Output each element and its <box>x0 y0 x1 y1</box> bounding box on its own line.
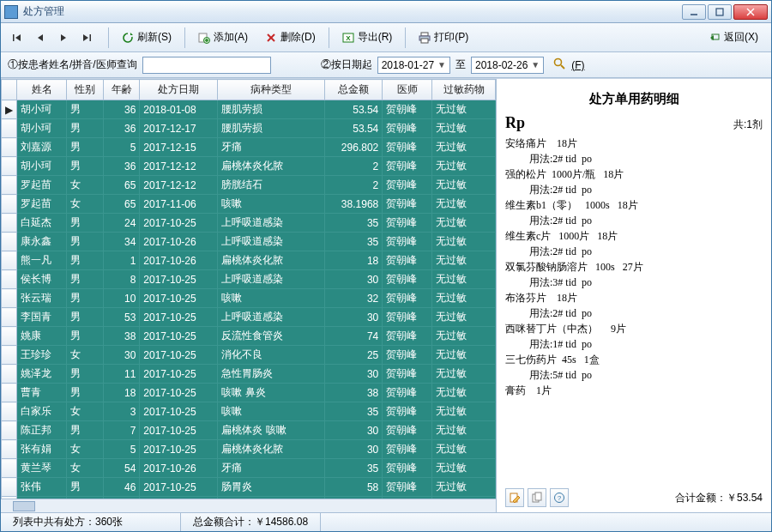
table-row[interactable]: 张有娟女52017-10-25扁桃体炎化脓30贺朝峰无过敏 <box>2 440 496 459</box>
drug-line: 膏药 1片 <box>505 383 763 398</box>
refresh-button[interactable]: 刷新(S) <box>114 27 179 49</box>
column-header[interactable]: 总金额 <box>324 80 383 100</box>
cell: 牙痛 <box>218 459 324 478</box>
table-row[interactable]: 陈正邦男72017-10-25扁桃体炎 咳嗽30贺朝峰无过敏 <box>2 421 496 440</box>
detail-total: 合计金额：￥53.54 <box>675 491 763 505</box>
export-button[interactable]: X导出(R) <box>335 27 401 49</box>
nav-last-button[interactable] <box>75 27 98 49</box>
column-header[interactable]: 年齢 <box>103 80 140 100</box>
table-row[interactable]: 罗起苗女652017-12-12膀胱结石2贺朝峰无过敏 <box>2 176 496 195</box>
cell: 296.802 <box>324 138 383 157</box>
cell: 张云瑞 <box>17 289 67 308</box>
cell: 贺朝峰 <box>383 478 432 497</box>
grid-scroll[interactable]: 姓名性别年齢处方日期病种类型总金额医师过敏药物 ▶胡小珂男362018-01-0… <box>1 79 496 499</box>
cell: 罗起苗 <box>17 176 67 195</box>
cell: 男 <box>67 270 104 289</box>
cell: 胡小珂 <box>17 157 67 176</box>
cell: 2017-10-25 <box>140 346 218 365</box>
column-header[interactable]: 过敏药物 <box>432 80 496 100</box>
cell: 男 <box>67 421 104 440</box>
cell: 5 <box>103 440 140 459</box>
window-title: 处方管理 <box>23 4 682 19</box>
table-row[interactable]: 曹青男182017-10-25咳嗽 鼻炎38贺朝峰无过敏 <box>2 384 496 402</box>
cell: 无过敏 <box>432 289 496 308</box>
row-marker <box>2 176 17 195</box>
table-row[interactable]: 姚泽龙男112017-10-25急性胃肠炎30贺朝峰无过敏 <box>2 365 496 384</box>
dropdown-icon: ▼ <box>437 60 446 70</box>
cell: 男 <box>67 138 104 157</box>
svg-rect-9 <box>90 34 92 41</box>
cell: 贺朝峰 <box>383 402 432 421</box>
table-row[interactable]: 胡小珂男362017-12-12扁桃体炎化脓2贺朝峰无过敏 <box>2 157 496 176</box>
column-header[interactable]: 医师 <box>383 80 432 100</box>
row-marker <box>2 421 17 440</box>
table-row[interactable]: 康永鑫男342017-10-26上呼吸道感染35贺朝峰无过敏 <box>2 233 496 251</box>
cell: 2017-10-25 <box>140 289 218 308</box>
cell: 2017-10-25 <box>140 478 218 497</box>
cell: 无过敏 <box>432 251 496 270</box>
table-row[interactable]: 黄兰琴女542017-10-26牙痛35贺朝峰无过敏 <box>2 459 496 478</box>
cell: 无过敏 <box>432 346 496 365</box>
date-from-picker[interactable]: 2018-01-27▼ <box>377 57 450 74</box>
close-button[interactable] <box>733 4 768 20</box>
table-row[interactable]: 刘嘉源男52017-12-15牙痛296.802贺朝峰无过敏 <box>2 138 496 157</box>
table-row[interactable]: 李国青男532017-10-25上呼吸道感染30贺朝峰无过敏 <box>2 308 496 327</box>
column-header[interactable]: 姓名 <box>17 80 67 100</box>
delete-button[interactable]: 删除(D) <box>257 27 323 49</box>
table-row[interactable]: 王珍珍女302017-10-25消化不良25贺朝峰无过敏 <box>2 346 496 365</box>
row-marker <box>2 384 17 402</box>
cell: 36 <box>103 100 140 119</box>
cell: 53.54 <box>324 100 383 119</box>
cell: 36 <box>103 157 140 176</box>
nav-prev-button[interactable] <box>29 27 51 49</box>
cell: 无过敏 <box>432 327 496 346</box>
cell: 男 <box>67 233 104 251</box>
nav-next-button[interactable] <box>52 27 75 49</box>
maximize-button[interactable] <box>708 4 732 20</box>
detail-copy-button[interactable] <box>528 488 546 507</box>
cell: 无过敏 <box>432 384 496 402</box>
table-row[interactable]: 胡小珂男362017-12-17腰肌劳损53.54贺朝峰无过敏 <box>2 119 496 138</box>
search-icon[interactable] <box>552 57 566 73</box>
cell: 男 <box>67 365 104 384</box>
svg-text:?: ? <box>558 494 562 502</box>
cell: 2017-10-25 <box>140 327 218 346</box>
nav-first-button[interactable] <box>6 27 28 49</box>
table-row[interactable]: 张伟男462017-10-25肠胃炎58贺朝峰无过敏 <box>2 478 496 497</box>
cell: 王珍珍 <box>17 346 67 365</box>
horizontal-scrollbar[interactable] <box>1 499 496 512</box>
drug-usage: 用法:2# tid po <box>505 213 763 228</box>
detail-help-button[interactable]: ? <box>550 488 569 507</box>
cell: 男 <box>67 119 104 138</box>
table-row[interactable]: 白家乐女32017-10-25咳嗽35贺朝峰无过敏 <box>2 402 496 421</box>
table-row[interactable]: 白延杰男242017-10-25上呼吸道感染35贺朝峰无过敏 <box>2 214 496 233</box>
row-marker <box>2 478 17 497</box>
search-input[interactable] <box>142 57 271 74</box>
column-header[interactable]: 病种类型 <box>218 80 324 100</box>
cell: 女 <box>67 346 104 365</box>
app-window: 处方管理 刷新(S) 添加(A) 删除(D) X导出(R) 打印(P) 返回(X… <box>0 0 772 532</box>
row-marker <box>2 289 17 308</box>
table-row[interactable]: 罗起苗女652017-11-06咳嗽38.1968贺朝峰无过敏 <box>2 195 496 214</box>
add-button[interactable]: 添加(A) <box>190 27 256 49</box>
table-row[interactable]: 熊一凡男12017-10-26扁桃体炎化脓18贺朝峰无过敏 <box>2 251 496 270</box>
cell: 贺朝峰 <box>383 195 432 214</box>
table-row[interactable]: 侯长博男82017-10-25上呼吸道感染30贺朝峰无过敏 <box>2 270 496 289</box>
drug-line: 三七伤药片 45s 1盒 <box>505 352 763 367</box>
cell: 18 <box>324 251 383 270</box>
prescription-table[interactable]: 姓名性别年齢处方日期病种类型总金额医师过敏药物 ▶胡小珂男362018-01-0… <box>1 79 496 499</box>
cell: 无过敏 <box>432 157 496 176</box>
column-header[interactable]: 处方日期 <box>140 80 218 100</box>
svg-rect-21 <box>421 39 428 43</box>
print-button[interactable]: 打印(P) <box>411 27 476 49</box>
back-button[interactable]: 返回(X) <box>701 27 766 49</box>
table-row[interactable]: 姚康男382017-10-25反流性食管炎74贺朝峰无过敏 <box>2 327 496 346</box>
minimize-button[interactable] <box>682 4 706 20</box>
detail-edit-button[interactable] <box>505 488 524 507</box>
table-row[interactable]: ▶胡小珂男362018-01-08腰肌劳损53.54贺朝峰无过敏 <box>2 100 496 119</box>
cell: 贺朝峰 <box>383 346 432 365</box>
column-header[interactable]: 性别 <box>67 80 104 100</box>
status-total: 总金额合计：￥14586.08 <box>181 513 321 531</box>
date-to-picker[interactable]: 2018-02-26▼ <box>471 57 544 74</box>
table-row[interactable]: 张云瑞男102017-10-25咳嗽32贺朝峰无过敏 <box>2 289 496 308</box>
